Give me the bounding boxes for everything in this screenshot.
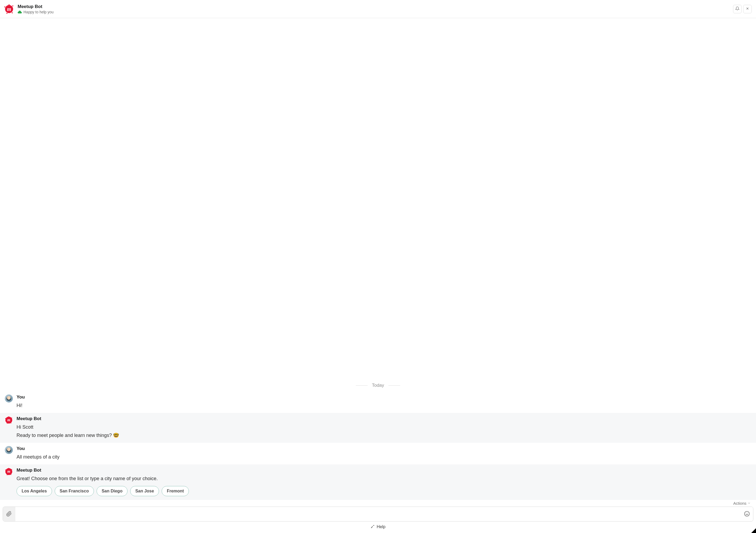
message-line: All meetups of a city — [16, 454, 751, 461]
chevron-down-icon — [747, 501, 751, 506]
bot-avatar: m — [5, 416, 13, 424]
composer — [3, 507, 753, 521]
city-chip-los-angeles[interactable]: Los Angeles — [16, 486, 52, 496]
chat-spacer — [0, 18, 756, 379]
separator-line — [389, 385, 400, 386]
message-content: You Hi! — [16, 394, 751, 409]
actions-menu[interactable]: Actions — [733, 501, 751, 506]
city-chip-san-francisco[interactable]: San Francisco — [55, 486, 94, 496]
quick-reply-chips: Los Angeles San Francisco San Diego San … — [16, 486, 751, 496]
attach-button[interactable] — [3, 507, 15, 521]
message-body: Great! Choose one from the list or type … — [16, 475, 751, 482]
wand-icon — [370, 524, 374, 529]
message-body: Hi Scott Ready to meet people and learn … — [16, 424, 751, 439]
message-row: m Meetup Bot Hi Scott Ready to meet peop… — [0, 413, 756, 443]
close-button[interactable] — [743, 5, 752, 14]
notifications-button[interactable] — [733, 5, 742, 14]
chat-header: m Meetup Bot Happy to help you — [0, 0, 756, 18]
composer-area: Actions Help — [0, 500, 756, 533]
message-row: You Hi! — [0, 391, 756, 413]
smiley-icon — [744, 511, 750, 518]
city-chip-san-diego[interactable]: San Diego — [96, 486, 127, 496]
message-content: You All meetups of a city — [16, 446, 751, 461]
sender-label: Meetup Bot — [16, 416, 751, 421]
message-line: Great! Choose one from the list or type … — [16, 475, 751, 482]
message-input[interactable] — [15, 507, 741, 521]
chat-area: Today You Hi! m Meetup Bot Hi Scott Read… — [0, 18, 756, 500]
message-content: Meetup Bot Hi Scott Ready to meet people… — [16, 416, 751, 439]
bot-logo: m — [4, 4, 14, 14]
sender-label: You — [16, 394, 751, 400]
date-separator: Today — [0, 379, 756, 391]
composer-actions-line: Actions — [3, 500, 753, 507]
emoji-button[interactable] — [741, 507, 753, 521]
online-cloud-icon — [17, 11, 22, 14]
bot-avatar: m — [5, 467, 13, 476]
city-chip-san-jose[interactable]: San Jose — [130, 486, 159, 496]
actions-label: Actions — [733, 501, 746, 506]
message-content: Meetup Bot Great! Choose one from the li… — [16, 467, 751, 496]
bot-title: Meetup Bot — [17, 4, 54, 9]
title-block: Meetup Bot Happy to help you — [17, 4, 54, 14]
paperclip-icon — [6, 511, 12, 518]
bell-icon — [735, 6, 740, 12]
message-body: Hi! — [16, 402, 751, 409]
bot-status-text: Happy to help you — [23, 10, 54, 14]
sender-label: Meetup Bot — [16, 467, 751, 473]
message-body: All meetups of a city — [16, 454, 751, 461]
help-bar[interactable]: Help — [3, 521, 753, 532]
message-line: Hi Scott — [16, 424, 751, 431]
message-line: Hi! — [16, 402, 751, 409]
header-left: m Meetup Bot Happy to help you — [4, 4, 730, 14]
date-label: Today — [372, 383, 384, 388]
close-icon — [745, 7, 749, 11]
message-row: You All meetups of a city — [0, 443, 756, 464]
help-label: Help — [377, 524, 386, 529]
bot-status: Happy to help you — [17, 10, 54, 14]
separator-line — [356, 385, 367, 386]
city-chip-fremont[interactable]: Fremont — [162, 486, 189, 496]
user-avatar — [5, 446, 13, 454]
user-avatar — [5, 394, 13, 403]
svg-point-0 — [744, 511, 749, 516]
message-row: m Meetup Bot Great! Choose one from the … — [0, 464, 756, 500]
sender-label: You — [16, 446, 751, 451]
resize-corner[interactable] — [751, 528, 756, 533]
header-actions — [733, 5, 752, 14]
message-line: Ready to meet people and learn new thing… — [16, 432, 751, 439]
